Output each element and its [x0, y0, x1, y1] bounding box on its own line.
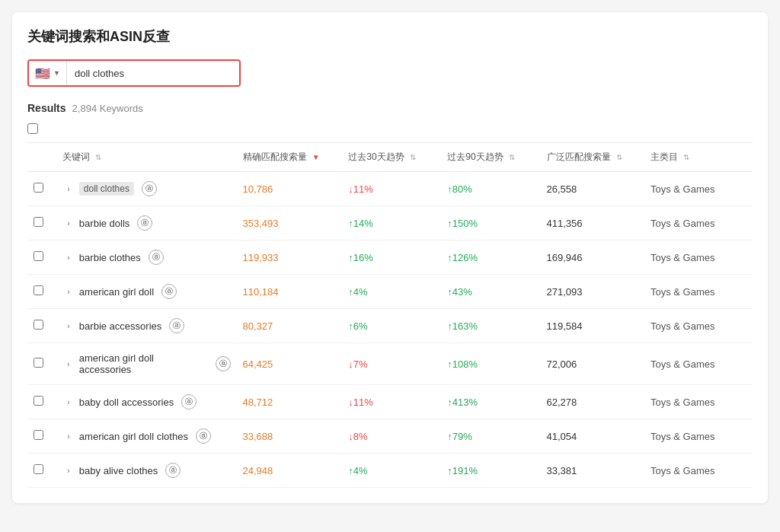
row-checkbox[interactable]	[34, 320, 43, 330]
amazon-icon[interactable]: ⓐ	[137, 215, 152, 231]
amazon-icon[interactable]: ⓐ	[169, 318, 184, 333]
trend-90d: ↑80%	[447, 183, 472, 195]
results-header: Results 2,894 Keywords	[27, 102, 753, 114]
expand-button[interactable]: ›	[62, 285, 75, 298]
th-category[interactable]: 主类目 ⇅	[644, 143, 753, 172]
search-bar: 🇺🇸 ▼	[27, 59, 241, 87]
expand-button[interactable]: ›	[62, 396, 75, 408]
broad-search-vol: 411,356	[547, 218, 583, 229]
amazon-icon[interactable]: ⓐ	[196, 428, 211, 444]
expand-button[interactable]: ›	[62, 430, 75, 442]
keyword-text: barbie clothes	[79, 252, 141, 263]
category: Toys & Games	[651, 183, 715, 195]
amazon-icon[interactable]: ⓐ	[181, 394, 197, 409]
trend-30d: ↓11%	[348, 397, 373, 408]
exact-search-vol: 64,425	[243, 358, 273, 370]
exact-search-vol: 33,688	[243, 431, 273, 442]
row-checkbox[interactable]	[34, 251, 43, 261]
trend-30d: ↓8%	[348, 431, 367, 442]
broad-search-vol: 119,584	[547, 320, 583, 332]
trend-90d: ↑150%	[447, 218, 478, 229]
table-row: › american girl doll ⓐ 110,184↑4%↑43%271…	[27, 275, 753, 309]
keyword-text: barbie dolls	[79, 218, 130, 229]
table-header-row: 关键词 ⇅ 精确匹配搜索量 ▼ 过去30天趋势 ⇅ 过去90天趋势 ⇅ 广泛匹配…	[27, 143, 753, 172]
search-input[interactable]	[67, 61, 239, 85]
sort-icon-90d: ⇅	[509, 153, 515, 161]
th-trend-90d[interactable]: 过去90天趋势 ⇅	[441, 143, 540, 172]
category: Toys & Games	[651, 431, 715, 442]
trend-30d: ↑4%	[348, 286, 367, 298]
expand-button[interactable]: ›	[62, 217, 75, 229]
trend-90d: ↑43%	[447, 286, 472, 298]
sort-icon-broad: ⇅	[616, 153, 622, 161]
category: Toys & Games	[651, 252, 715, 263]
table-row: › baby alive clothes ⓐ 24,948↑4%↑191%33,…	[27, 454, 753, 488]
row-checkbox[interactable]	[34, 217, 43, 227]
keywords-table: 关键词 ⇅ 精确匹配搜索量 ▼ 过去30天趋势 ⇅ 过去90天趋势 ⇅ 广泛匹配…	[27, 142, 753, 488]
broad-search-vol: 72,006	[547, 358, 577, 370]
th-exact-search[interactable]: 精确匹配搜索量 ▼	[237, 143, 343, 172]
th-broad-search[interactable]: 广泛匹配搜索量 ⇅	[541, 143, 644, 172]
row-checkbox[interactable]	[34, 285, 43, 295]
trend-30d: ↓11%	[348, 183, 373, 195]
row-checkbox[interactable]	[34, 358, 43, 368]
amazon-icon[interactable]: ⓐ	[216, 356, 231, 371]
trend-90d: ↑108%	[447, 358, 478, 370]
category: Toys & Games	[651, 397, 715, 408]
category: Toys & Games	[651, 218, 715, 229]
row-checkbox[interactable]	[34, 464, 43, 474]
select-all-row	[27, 123, 753, 136]
flag-icon: 🇺🇸	[35, 66, 50, 81]
th-keyword[interactable]: 关键词 ⇅	[56, 143, 237, 172]
amazon-icon[interactable]: ⓐ	[142, 181, 157, 196]
keyword-text: american girl doll accessories	[79, 352, 208, 375]
category: Toys & Games	[651, 286, 715, 298]
row-checkbox[interactable]	[34, 183, 43, 193]
table-row: › american girl doll clothes ⓐ 33,688↓8%…	[27, 419, 753, 454]
broad-search-vol: 41,054	[547, 431, 577, 442]
broad-search-vol: 169,946	[547, 252, 583, 263]
exact-search-vol: 110,184	[243, 286, 279, 298]
results-count: 2,894 Keywords	[72, 103, 143, 114]
amazon-icon[interactable]: ⓐ	[161, 284, 177, 299]
row-checkbox[interactable]	[34, 396, 43, 406]
table-row: › barbie clothes ⓐ 119,933↑16%↑126%169,9…	[27, 241, 753, 275]
category: Toys & Games	[651, 320, 715, 332]
keyword-text: american girl doll clothes	[79, 431, 188, 442]
th-trend-30d[interactable]: 过去30天趋势 ⇅	[342, 143, 441, 172]
page-title: 关键词搜索和ASIN反查	[27, 27, 753, 46]
expand-button[interactable]: ›	[62, 464, 75, 476]
expand-button[interactable]: ›	[62, 358, 75, 370]
broad-search-vol: 26,558	[547, 183, 577, 195]
exact-search-vol: 24,948	[243, 465, 273, 476]
broad-search-vol: 62,278	[547, 397, 577, 408]
expand-button[interactable]: ›	[62, 183, 75, 195]
select-all-checkbox[interactable]	[27, 123, 38, 134]
th-checkbox	[27, 143, 56, 172]
keyword-text: baby alive clothes	[79, 465, 158, 476]
amazon-icon[interactable]: ⓐ	[165, 463, 181, 478]
table-row: › barbie dolls ⓐ 353,493↑14%↑150%411,356…	[27, 206, 753, 241]
table-row: › american girl doll accessories ⓐ 64,42…	[27, 343, 753, 385]
sort-icon-exact: ▼	[312, 153, 320, 161]
expand-button[interactable]: ›	[62, 251, 75, 263]
trend-30d: ↑6%	[348, 320, 367, 332]
sort-icon-keyword: ⇅	[95, 153, 101, 161]
trend-30d: ↑16%	[348, 252, 373, 263]
trend-90d: ↑126%	[447, 252, 478, 263]
exact-search-vol: 48,712	[243, 397, 273, 408]
table-row: › baby doll accessories ⓐ 48,712↓11%↑413…	[27, 385, 753, 419]
broad-search-vol: 33,381	[547, 465, 577, 476]
results-label: Results	[27, 102, 66, 114]
trend-90d: ↑191%	[447, 465, 478, 476]
expand-button[interactable]: ›	[62, 320, 75, 332]
row-checkbox[interactable]	[34, 430, 43, 440]
exact-search-vol: 353,493	[243, 218, 279, 229]
trend-30d: ↑4%	[348, 465, 367, 476]
exact-search-vol: 80,327	[243, 320, 273, 332]
country-selector[interactable]: 🇺🇸 ▼	[29, 61, 67, 85]
sort-icon-category: ⇅	[683, 153, 689, 161]
amazon-icon[interactable]: ⓐ	[149, 250, 164, 265]
exact-search-vol: 119,933	[243, 252, 279, 263]
trend-30d: ↑14%	[348, 218, 373, 229]
